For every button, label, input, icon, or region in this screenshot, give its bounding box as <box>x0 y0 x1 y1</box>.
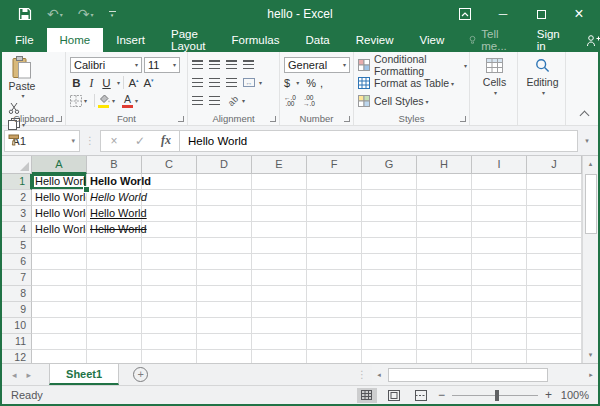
editing-button[interactable]: Editing ▾ <box>522 56 563 96</box>
row-header-1[interactable]: 1 <box>2 174 32 190</box>
cell-I7[interactable] <box>472 270 527 286</box>
cell-C12[interactable] <box>142 350 197 363</box>
cell-A6[interactable] <box>32 254 87 270</box>
cell-A3[interactable]: Hello World <box>32 206 87 222</box>
cell-H6[interactable] <box>417 254 472 270</box>
ribbon-display-options-icon[interactable] <box>446 0 484 28</box>
merge-center-button[interactable]: ↔ <box>243 78 255 87</box>
bottom-align-button[interactable] <box>226 60 237 69</box>
row-header-10[interactable]: 10 <box>2 318 32 334</box>
cell-F10[interactable] <box>307 318 362 334</box>
new-sheet-button[interactable]: + <box>133 367 148 382</box>
cell-J11[interactable] <box>527 334 582 350</box>
cell-C11[interactable] <box>142 334 197 350</box>
sheet-tab-sheet1[interactable]: Sheet1 <box>49 364 119 385</box>
share-button[interactable]: Share <box>574 34 600 47</box>
cell-B8[interactable] <box>87 286 142 302</box>
collapse-ribbon-chevron[interactable] <box>580 111 590 121</box>
cell-E10[interactable] <box>252 318 307 334</box>
comma-style-button[interactable]: , <box>320 77 323 89</box>
zoom-level[interactable]: 100% <box>559 389 589 401</box>
cell-I8[interactable] <box>472 286 527 302</box>
cell-E6[interactable] <box>252 254 307 270</box>
close-button[interactable]: × <box>560 0 598 28</box>
cell-D7[interactable] <box>197 270 252 286</box>
bold-button[interactable]: B <box>70 77 83 89</box>
row-header-11[interactable]: 11 <box>2 334 32 350</box>
cell-J8[interactable] <box>527 286 582 302</box>
borders-button[interactable]: ▾ <box>70 95 87 107</box>
column-header-B[interactable]: B <box>87 156 142 174</box>
sign-in-button[interactable]: Sign in <box>523 28 574 52</box>
cell-B7[interactable] <box>87 270 142 286</box>
font-color-dropdown[interactable]: ▾ <box>135 97 138 104</box>
formula-input[interactable]: Hello World <box>180 130 578 152</box>
cell-H5[interactable] <box>417 238 472 254</box>
column-header-E[interactable]: E <box>252 156 307 174</box>
cell-A11[interactable] <box>32 334 87 350</box>
cell-G4[interactable] <box>362 222 417 238</box>
number-format-combo[interactable]: General▾ <box>284 57 350 73</box>
scroll-right-arrow[interactable]: ▸ <box>584 367 598 383</box>
cell-I4[interactable] <box>472 222 527 238</box>
font-name-combo[interactable]: Calibri▾ <box>70 57 142 73</box>
cell-F3[interactable] <box>307 206 362 222</box>
cell-J2[interactable] <box>527 190 582 206</box>
enter-button[interactable]: ✓ <box>127 134 153 148</box>
cell-C4[interactable] <box>142 222 197 238</box>
tab-scroll-splitter[interactable]: ⋮ <box>357 369 367 380</box>
cell-A8[interactable] <box>32 286 87 302</box>
cell-D10[interactable] <box>197 318 252 334</box>
expand-formula-bar-chevron[interactable]: ▾ <box>578 137 596 145</box>
accounting-format-button[interactable]: $ <box>284 77 290 89</box>
cell-A12[interactable] <box>32 350 87 363</box>
cell-J1[interactable] <box>527 174 582 190</box>
alignment-dialog-launcher[interactable] <box>270 116 276 122</box>
cell-H10[interactable] <box>417 318 472 334</box>
cell-H2[interactable] <box>417 190 472 206</box>
page-layout-view-button[interactable] <box>384 388 404 403</box>
cell-A10[interactable] <box>32 318 87 334</box>
cell-H11[interactable] <box>417 334 472 350</box>
center-button[interactable] <box>209 78 220 87</box>
cell-F11[interactable] <box>307 334 362 350</box>
cell-G2[interactable] <box>362 190 417 206</box>
normal-view-button[interactable] <box>357 388 377 403</box>
increase-decimal-button[interactable]: ←.0.00 <box>284 95 296 107</box>
row-header-5[interactable]: 5 <box>2 238 32 254</box>
cell-G11[interactable] <box>362 334 417 350</box>
shrink-font-button[interactable]: A▾ <box>142 77 155 89</box>
cell-C1[interactable] <box>142 174 197 190</box>
cell-C9[interactable] <box>142 302 197 318</box>
grow-font-button[interactable]: A▴ <box>127 77 140 89</box>
prev-sheet-arrow[interactable]: ◂ <box>12 370 17 380</box>
row-header-8[interactable]: 8 <box>2 286 32 302</box>
cell-A9[interactable] <box>32 302 87 318</box>
cell-E8[interactable] <box>252 286 307 302</box>
increase-indent-button[interactable] <box>209 96 220 105</box>
tab-page-layout[interactable]: Page Layout <box>158 28 219 52</box>
scroll-up-arrow[interactable]: ▴ <box>583 156 598 172</box>
cell-B9[interactable] <box>87 302 142 318</box>
merge-center-dropdown[interactable]: ▾ <box>259 79 262 86</box>
cell-B5[interactable] <box>87 238 142 254</box>
cell-A5[interactable] <box>32 238 87 254</box>
cell-C7[interactable] <box>142 270 197 286</box>
cell-I9[interactable] <box>472 302 527 318</box>
cell-J9[interactable] <box>527 302 582 318</box>
cell-F6[interactable] <box>307 254 362 270</box>
zoom-slider[interactable] <box>452 395 538 396</box>
cell-H12[interactable] <box>417 350 472 363</box>
cell-E9[interactable] <box>252 302 307 318</box>
cell-J12[interactable] <box>527 350 582 363</box>
scroll-left-arrow[interactable]: ◂ <box>372 367 386 383</box>
cell-G10[interactable] <box>362 318 417 334</box>
paste-button[interactable]: Paste ▾ <box>6 56 38 99</box>
cell-B12[interactable] <box>87 350 142 363</box>
row-header-6[interactable]: 6 <box>2 254 32 270</box>
orientation-dropdown[interactable]: ▾ <box>242 97 245 104</box>
wrap-text-button[interactable] <box>243 60 254 69</box>
cell-D1[interactable] <box>197 174 252 190</box>
cell-H3[interactable] <box>417 206 472 222</box>
cell-D6[interactable] <box>197 254 252 270</box>
